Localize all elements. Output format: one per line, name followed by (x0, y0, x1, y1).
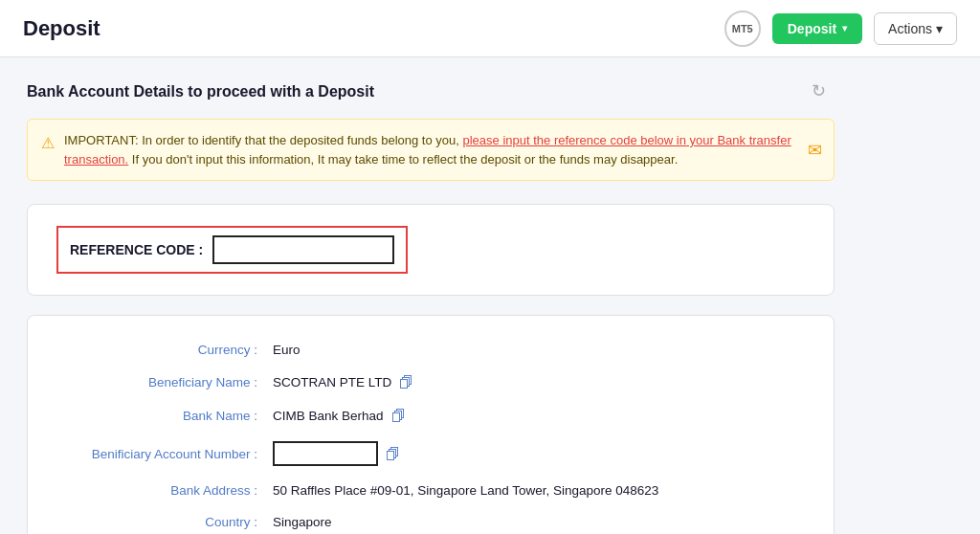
bank-name-label: Bank Name : (62, 409, 273, 423)
bank-address-row: Bank Address : 50 Raffles Place #09-01, … (62, 483, 799, 498)
header-actions: MT5 Deposit ▾ Actions ▾ (724, 11, 957, 47)
warning-icon: ⚠ (41, 132, 55, 155)
account-number-row: Benificiary Account Number : 🗍 (62, 441, 799, 466)
country-value: Singapore (273, 515, 332, 529)
bank-address-label: Bank Address : (62, 483, 273, 498)
beneficiary-name-value: SCOTRAN PTE LTD 🗍 (273, 374, 413, 390)
country-row: Country : Singapore (62, 515, 799, 529)
reference-code-input[interactable] (212, 235, 394, 264)
deposit-button[interactable]: Deposit ▾ (772, 13, 862, 44)
bank-name-copy-icon[interactable]: 🗍 (391, 408, 406, 424)
warning-text: IMPORTANT: In order to identify that the… (64, 131, 795, 168)
main-content: Bank Account Details to proceed with a D… (0, 57, 861, 534)
actions-chevron-icon: ▾ (936, 21, 943, 36)
bank-name-value: CIMB Bank Berhad 🗍 (273, 408, 406, 424)
country-label: Country : (62, 515, 273, 529)
page-title: Deposit (23, 16, 100, 41)
warning-banner: ⚠ IMPORTANT: In order to identify that t… (27, 119, 835, 181)
actions-button[interactable]: Actions ▾ (874, 12, 957, 45)
warning-collapse-icon[interactable]: ✉ (808, 137, 822, 163)
chevron-down-icon: ▾ (842, 23, 847, 33)
beneficiary-name-label: Beneficiary Name : (62, 375, 273, 389)
account-number-value: 🗍 (273, 441, 400, 466)
reference-code-inner: REFERENCE CODE : (56, 226, 408, 274)
beneficiary-name-copy-icon[interactable]: 🗍 (399, 374, 413, 390)
account-number-masked (273, 441, 378, 466)
reference-code-box: REFERENCE CODE : (27, 204, 835, 296)
currency-row: Currency : Euro (62, 343, 799, 357)
account-number-label: Benificiary Account Number : (62, 447, 273, 461)
refresh-icon[interactable]: ↻ (812, 80, 835, 103)
currency-label: Currency : (62, 343, 273, 357)
bank-details-card: Currency : Euro Beneficiary Name : SCOTR… (27, 315, 835, 534)
bank-address-value: 50 Raffles Place #09-01, Singapore Land … (273, 483, 658, 498)
page-header: Deposit MT5 Deposit ▾ Actions ▾ (0, 0, 980, 57)
account-number-copy-icon[interactable]: 🗍 (386, 446, 400, 462)
section-title: Bank Account Details to proceed with a D… (27, 83, 374, 100)
mt5-badge: MT5 (724, 11, 761, 47)
bank-name-row: Bank Name : CIMB Bank Berhad 🗍 (62, 408, 799, 424)
currency-value: Euro (273, 343, 301, 357)
reference-code-label: REFERENCE CODE : (70, 242, 203, 257)
beneficiary-name-row: Beneficiary Name : SCOTRAN PTE LTD 🗍 (62, 374, 799, 390)
section-header: Bank Account Details to proceed with a D… (27, 80, 835, 103)
